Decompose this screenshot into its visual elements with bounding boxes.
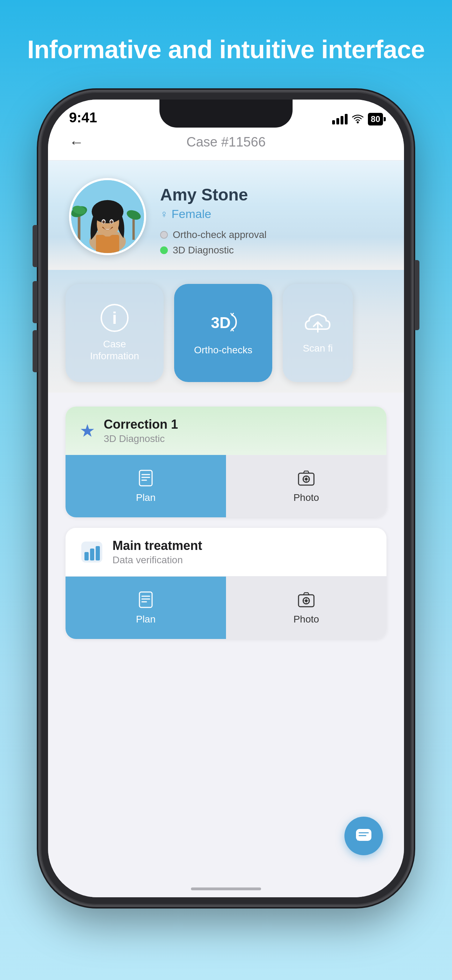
main-treatment-actions: Plan [65,577,387,639]
svg-point-23 [305,478,308,480]
status-item-3d: 3D Diagnostic [160,245,383,256]
case-info-label: CaseInformation [90,338,139,362]
ortho-3d-icon: 3D [207,310,239,338]
scan-upload-icon [304,312,332,336]
app-content: ← Case #11566 [48,100,404,897]
patient-status-list: Ortho-check approval 3D Diagnostic [160,229,383,256]
svg-rect-17 [140,470,152,486]
home-indicator [191,888,261,890]
notch [159,100,293,127]
nav-card-case-info[interactable]: i CaseInformation [65,284,164,382]
correction1-actions: Plan [65,455,387,517]
patient-name: Amy Stone [160,185,383,204]
status-dot-3d [160,247,168,254]
correction1-header: ★ Correction 1 3D Diagnostic [65,407,387,455]
svg-rect-31 [95,546,100,560]
svg-rect-2 [78,213,81,240]
nav-cards-row: i CaseInformation 3D Ortho-checks [48,270,404,393]
case-title: Case #11566 [186,135,266,150]
ortho-checks-label: Ortho-checks [194,344,253,356]
svg-point-14 [102,220,105,223]
back-button[interactable]: ← [65,130,87,154]
svg-text:3D: 3D [211,314,231,331]
page-bg-title: Informative and intuitive interface [27,35,425,64]
svg-point-15 [110,220,113,223]
avatar [69,178,146,255]
correction1-card: ★ Correction 1 3D Diagnostic [65,407,387,517]
main-treatment-text: Main treatment Data verification [113,538,202,566]
patient-info: Amy Stone ♀ Female Ortho-check approval … [160,178,383,256]
star-icon: ★ [80,421,95,441]
correction1-photo-label: Photo [293,492,319,503]
chat-icon [355,827,373,845]
main-photo-label: Photo [293,614,319,625]
correction1-title: Correction 1 [104,417,178,432]
status-item-ortho: Ortho-check approval [160,229,383,240]
status-icons: 80 [332,113,383,126]
main-treatment-header: Main treatment Data verification [65,528,387,577]
patient-gender: ♀ Female [160,207,383,221]
photo-icon [297,469,315,487]
case-info-icon: i [100,304,129,332]
main-plan-label: Plan [136,614,156,625]
battery-icon: 80 [368,113,383,126]
main-treatment-title: Main treatment [113,538,202,553]
main-photo-icon [297,590,315,609]
status-dot-ortho [160,231,168,239]
phone-screen: 9:41 80 [48,100,404,897]
svg-rect-32 [140,592,152,608]
signal-bars-icon [332,114,348,124]
main-plan-icon [137,590,155,609]
main-treatment-card: Main treatment Data verification [65,528,387,639]
correction1-text: Correction 1 3D Diagnostic [104,417,178,444]
gender-icon: ♀ [160,208,168,220]
correction1-plan-btn[interactable]: Plan [65,455,226,517]
main-plan-btn[interactable]: Plan [65,577,226,639]
correction1-subtitle: 3D Diagnostic [104,433,178,444]
svg-point-0 [357,121,359,123]
nav-card-scan[interactable]: Scan fi [283,284,353,382]
battery-level: 80 [371,114,380,124]
plan-icon [137,469,155,487]
svg-point-38 [305,599,308,602]
correction1-plan-label: Plan [136,492,156,503]
phone-frame: 9:41 80 [40,92,412,905]
gender-label: Female [172,207,211,221]
main-treatment-subtitle: Data verification [113,555,202,566]
status-time: 9:41 [69,110,97,126]
chart-icon [80,540,104,564]
wifi-icon [352,115,364,124]
svg-rect-29 [84,552,89,560]
scan-label: Scan fi [303,342,333,354]
main-photo-btn[interactable]: Photo [226,577,387,639]
correction1-photo-btn[interactable]: Photo [226,455,387,517]
patient-section: Amy Stone ♀ Female Ortho-check approval … [48,161,404,270]
fab-button[interactable] [344,817,383,855]
svg-rect-30 [90,549,94,560]
svg-rect-5 [132,216,135,240]
nav-card-ortho[interactable]: 3D Ortho-checks [174,284,272,382]
status-label-3d: 3D Diagnostic [173,245,234,256]
svg-rect-8 [96,235,119,253]
status-label-ortho: Ortho-check approval [173,229,267,240]
